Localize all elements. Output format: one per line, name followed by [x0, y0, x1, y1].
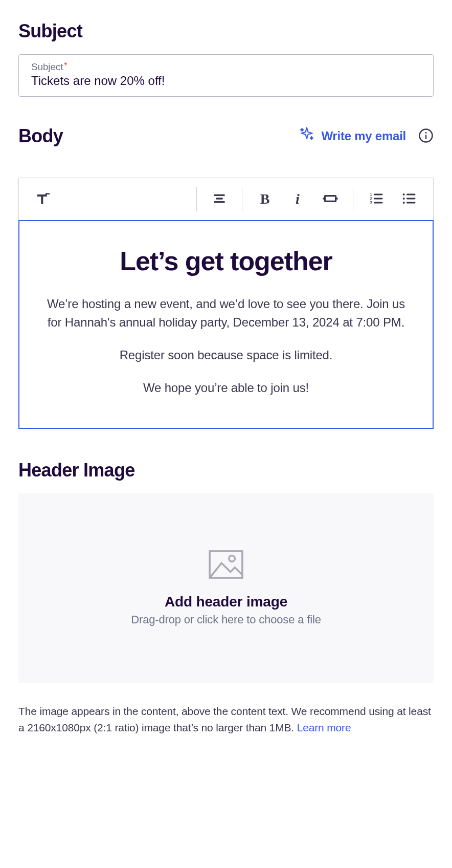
subject-label: Subject * — [31, 62, 421, 72]
toolbar-divider — [242, 187, 242, 211]
svg-point-25 — [229, 556, 235, 562]
ordered-list-icon: 1 2 3 — [368, 190, 384, 208]
email-paragraph-1: We’re hosting a new event, and we’d love… — [40, 295, 412, 332]
info-icon — [418, 128, 434, 145]
svg-point-22 — [403, 198, 405, 200]
unordered-list-icon — [400, 190, 417, 208]
email-paragraph-2: Register soon because space is limited. — [40, 346, 412, 364]
editor-toolbar-container: B i 1 2 3 — [18, 178, 434, 220]
dropzone-title: Add header image — [165, 594, 287, 610]
svg-rect-24 — [210, 551, 242, 578]
learn-more-link[interactable]: Learn more — [297, 722, 351, 733]
link-icon — [322, 190, 338, 208]
toolbar-divider — [196, 187, 197, 211]
write-my-email-label: Write my email — [321, 129, 406, 143]
subject-label-text: Subject — [31, 62, 63, 72]
svg-rect-4 — [41, 194, 43, 204]
subject-input[interactable] — [31, 74, 421, 88]
bold-icon: B — [260, 191, 270, 207]
svg-point-2 — [425, 132, 427, 133]
svg-rect-5 — [46, 193, 50, 194]
svg-rect-9 — [325, 196, 335, 201]
header-image-dropzone[interactable]: Add header image Drag-drop or click here… — [18, 493, 434, 683]
align-button[interactable] — [205, 187, 234, 211]
svg-text:3: 3 — [370, 200, 372, 205]
header-image-caption: The image appears in the content, above … — [18, 703, 434, 735]
editor-content[interactable]: Let’s get together We’re hosting a new e… — [18, 220, 434, 429]
required-marker: * — [64, 62, 67, 70]
image-placeholder-icon — [208, 550, 244, 581]
italic-button[interactable]: i — [283, 187, 312, 211]
text-size-icon — [35, 190, 52, 208]
write-my-email-button[interactable]: Write my email — [299, 126, 406, 146]
header-image-heading: Header Image — [18, 460, 434, 481]
email-title: Let’s get together — [40, 246, 412, 276]
italic-icon: i — [296, 191, 300, 207]
editor-toolbar: B i 1 2 3 — [19, 178, 433, 220]
email-paragraph-3: We hope you’re able to join us! — [40, 379, 412, 397]
svg-point-21 — [403, 193, 405, 196]
align-center-icon — [211, 190, 228, 208]
body-heading: Body — [18, 125, 63, 147]
link-button[interactable] — [316, 187, 345, 211]
caption-text: The image appears in the content, above … — [18, 705, 431, 733]
ordered-list-button[interactable]: 1 2 3 — [361, 187, 390, 211]
dropzone-subtitle: Drag-drop or click here to choose a file — [131, 613, 321, 626]
subject-field[interactable]: Subject * — [18, 54, 434, 97]
subject-heading: Subject — [18, 20, 434, 42]
sparkle-icon — [299, 126, 315, 146]
bold-button[interactable]: B — [251, 187, 279, 211]
info-button[interactable] — [418, 128, 434, 144]
unordered-list-button[interactable] — [394, 187, 423, 211]
toolbar-divider — [353, 187, 353, 211]
text-size-button[interactable] — [29, 187, 58, 211]
svg-point-23 — [403, 202, 405, 204]
